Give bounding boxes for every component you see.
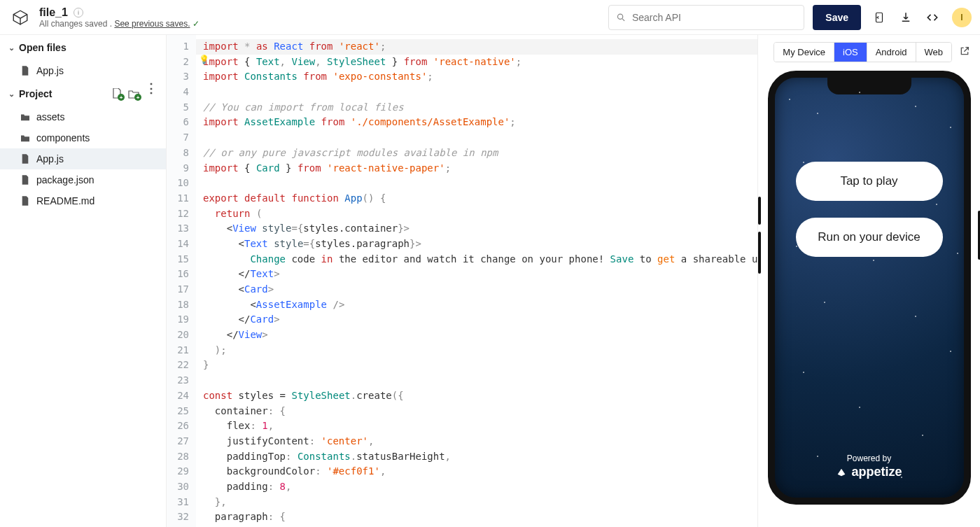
snack-logo-icon bbox=[8, 6, 32, 29]
preview-tab-ios[interactable]: iOS bbox=[834, 43, 867, 62]
device-preview-panel: My DeviceiOSAndroidWeb Tap to play Run o… bbox=[757, 35, 980, 527]
project-file-item[interactable]: README.md bbox=[0, 190, 166, 211]
expo-go-icon[interactable] bbox=[872, 10, 886, 24]
phone-side-button bbox=[978, 211, 981, 260]
svg-point-0 bbox=[618, 14, 623, 19]
app-header: file_1 i All changes saved . See previou… bbox=[0, 0, 980, 35]
file-name: assets bbox=[36, 111, 64, 122]
file-name: package.json bbox=[36, 174, 94, 185]
open-file-item[interactable]: App.js bbox=[0, 60, 166, 81]
project-header[interactable]: ⌄ Project + + ⋮ bbox=[0, 81, 166, 106]
user-avatar[interactable]: I bbox=[952, 8, 972, 27]
js-icon bbox=[20, 153, 31, 164]
project-file-item[interactable]: package.json bbox=[0, 169, 166, 190]
check-icon: ✓ bbox=[192, 19, 200, 29]
preview-tab-my-device[interactable]: My Device bbox=[774, 43, 834, 62]
preview-tab-android[interactable]: Android bbox=[867, 43, 916, 62]
code-area[interactable]: import * as React from 'react';import { … bbox=[196, 35, 757, 527]
title-block: file_1 i All changes saved . See previou… bbox=[39, 6, 200, 29]
js-icon bbox=[20, 65, 31, 76]
powered-by: Powered by appetize bbox=[775, 454, 964, 479]
file-name: App.js bbox=[36, 65, 64, 76]
line-gutter: 1234567891011121314151617181920212223242… bbox=[167, 35, 196, 527]
preview-tab-web[interactable]: Web bbox=[916, 43, 952, 62]
appetize-logo-icon bbox=[836, 467, 847, 478]
folder-icon bbox=[20, 132, 31, 143]
chevron-down-icon: ⌄ bbox=[8, 90, 15, 99]
file-sidebar: ⌄ Open files App.js ⌄ Project + + ⋮ asse… bbox=[0, 35, 167, 527]
project-title[interactable]: file_1 bbox=[39, 6, 68, 19]
project-file-item[interactable]: assets bbox=[0, 106, 166, 127]
search-icon bbox=[616, 12, 626, 23]
download-icon[interactable] bbox=[899, 10, 913, 24]
run-on-device-button[interactable]: Run on your device bbox=[796, 218, 943, 257]
brand-name: appetize bbox=[851, 465, 902, 479]
phone-side-button bbox=[758, 232, 761, 274]
open-files-header[interactable]: ⌄ Open files bbox=[0, 35, 166, 60]
chevron-down-icon: ⌄ bbox=[8, 43, 15, 52]
file-name: README.md bbox=[36, 195, 94, 206]
file-icon bbox=[20, 195, 31, 206]
search-box[interactable] bbox=[608, 5, 804, 30]
phone-frame: Tap to play Run on your device Powered b… bbox=[768, 71, 971, 505]
lightbulb-icon[interactable]: 💡 bbox=[199, 53, 209, 66]
svg-line-1 bbox=[622, 18, 624, 20]
save-button[interactable]: Save bbox=[813, 5, 861, 30]
tap-to-play-button[interactable]: Tap to play bbox=[796, 162, 943, 201]
new-file-icon[interactable]: + bbox=[111, 88, 122, 99]
previous-saves-link[interactable]: See previous saves. bbox=[114, 19, 190, 29]
save-status-text: All changes saved . bbox=[39, 19, 114, 29]
file-icon bbox=[20, 174, 31, 185]
open-files-label: Open files bbox=[19, 42, 66, 53]
new-folder-icon[interactable]: + bbox=[128, 88, 139, 99]
info-icon[interactable]: i bbox=[74, 8, 83, 17]
more-icon[interactable]: ⋮ bbox=[145, 88, 158, 99]
embed-icon[interactable] bbox=[925, 10, 939, 24]
code-editor[interactable]: 💡 12345678910111213141516171819202122232… bbox=[167, 35, 757, 527]
popout-icon[interactable] bbox=[959, 45, 970, 59]
project-file-item[interactable]: App.js bbox=[0, 148, 166, 169]
file-name: components bbox=[36, 132, 90, 143]
powered-by-label: Powered by bbox=[775, 454, 964, 463]
search-input[interactable] bbox=[632, 12, 797, 23]
preview-tabs: My DeviceiOSAndroidWeb bbox=[774, 42, 952, 62]
folder-icon bbox=[20, 111, 31, 122]
project-label: Project bbox=[19, 88, 52, 99]
phone-side-button bbox=[758, 197, 761, 225]
save-status: All changes saved . See previous saves.✓ bbox=[39, 19, 200, 29]
file-name: App.js bbox=[36, 153, 64, 164]
project-file-item[interactable]: components bbox=[0, 127, 166, 148]
